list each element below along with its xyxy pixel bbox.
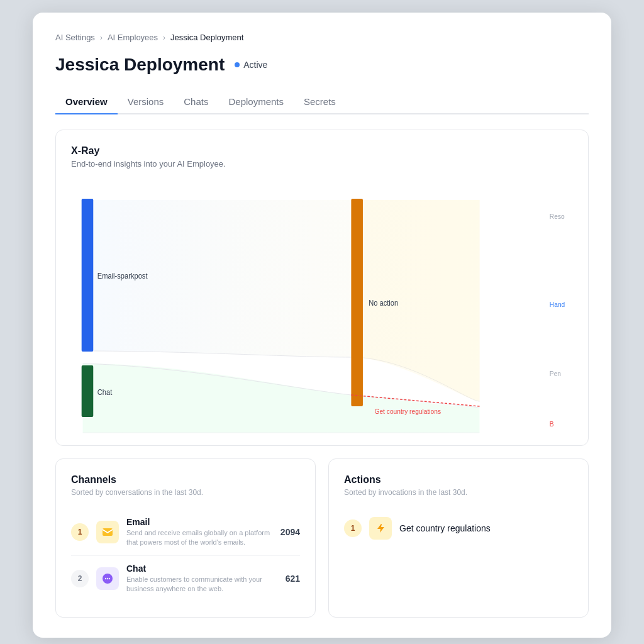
xray-title: X-Ray <box>71 145 573 157</box>
xray-subtitle: End-to-end insights into your AI Employe… <box>71 159 573 169</box>
svg-rect-12 <box>103 528 113 536</box>
email-icon <box>96 521 119 543</box>
channels-title: Channels <box>71 474 300 486</box>
breadcrumb-ai-employees[interactable]: AI Employees <box>108 33 158 42</box>
actions-title: Actions <box>344 474 573 486</box>
tab-versions[interactable]: Versions <box>118 90 174 114</box>
svg-rect-4 <box>351 199 363 406</box>
chat-icon <box>96 567 119 590</box>
channel-desc-email: Send and receive emails globally on a pl… <box>126 528 273 548</box>
main-window: AI Settings › AI Employees › Jessica Dep… <box>33 13 611 638</box>
svg-text:Chat: Chat <box>97 389 113 396</box>
action-item-1: 1 Get country regulations <box>344 509 573 547</box>
svg-text:Pen: Pen <box>550 370 561 377</box>
rank-badge-1: 1 <box>71 523 89 541</box>
action-name-1: Get country regulations <box>399 523 491 533</box>
channel-item-email: 1 Email Send and receive emails globally… <box>71 509 300 556</box>
actions-subtitle: Sorted by invocations in the last 30d. <box>344 488 573 497</box>
svg-text:Reso: Reso <box>550 213 565 220</box>
rank-badge-2: 2 <box>71 570 89 587</box>
svg-point-15 <box>107 578 108 579</box>
page-title: Jessica Deployment <box>55 55 225 75</box>
channel-name-chat: Chat <box>126 564 278 574</box>
tab-secrets[interactable]: Secrets <box>294 90 346 114</box>
svg-text:Hand: Hand <box>550 301 565 308</box>
svg-text:Get country regulations: Get country regulations <box>375 408 441 415</box>
svg-text:No action: No action <box>369 299 398 307</box>
action-rank-1: 1 <box>344 519 362 537</box>
status-label: Active <box>243 60 267 70</box>
tab-chats[interactable]: Chats <box>174 90 218 114</box>
svg-point-14 <box>105 578 106 579</box>
channel-count-email: 2094 <box>280 527 300 537</box>
channels-card: Channels Sorted by conversations in the … <box>55 458 316 618</box>
channel-count-chat: 621 <box>286 574 300 584</box>
status-dot <box>235 62 240 67</box>
breadcrumb: AI Settings › AI Employees › Jessica Dep… <box>55 33 589 42</box>
svg-rect-0 <box>82 199 94 352</box>
svg-text:B: B <box>550 420 554 428</box>
tab-overview[interactable]: Overview <box>55 90 118 114</box>
breadcrumb-ai-settings[interactable]: AI Settings <box>55 33 95 42</box>
actions-card: Actions Sorted by invocations in the las… <box>328 458 589 618</box>
status-badge: Active <box>235 60 267 70</box>
xray-chart: Email-sparkpost Chat No action Reso Hand… <box>71 181 573 445</box>
breadcrumb-current: Jessica Deployment <box>170 33 243 42</box>
xray-section: X-Ray End-to-end insights into your AI E… <box>55 130 589 446</box>
channels-subtitle: Sorted by conversations in the last 30d. <box>71 488 300 497</box>
svg-text:Email-sparkpost: Email-sparkpost <box>97 272 148 280</box>
svg-rect-2 <box>82 365 94 417</box>
breadcrumb-sep-2: › <box>163 33 165 42</box>
channel-item-chat: 2 Chat Enable customers to communicate w… <box>71 556 300 602</box>
action-icon-lightning <box>369 517 392 540</box>
breadcrumb-sep-1: › <box>100 33 103 42</box>
channel-name-email: Email <box>126 517 273 527</box>
tab-bar: Overview Versions Chats Deployments Secr… <box>55 90 589 114</box>
svg-point-16 <box>109 578 110 579</box>
tab-deployments[interactable]: Deployments <box>218 90 294 114</box>
channel-desc-chat: Enable customers to communicate with you… <box>126 575 278 594</box>
